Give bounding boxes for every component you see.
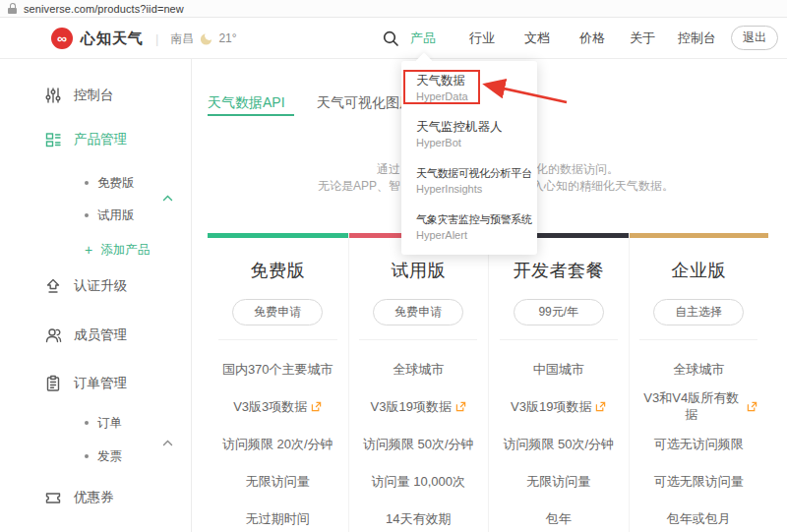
sidebar-label: 认证升级 xyxy=(74,277,127,295)
menu-item-hyperdata[interactable]: 天气数据 HyperData xyxy=(401,73,537,104)
feature-coverage: 全球城市 xyxy=(349,350,489,387)
nav-console[interactable]: 控制台 xyxy=(678,18,716,59)
sidebar-item-console[interactable]: 控制台 xyxy=(44,85,114,106)
temperature-label: 21° xyxy=(218,31,236,45)
tab-weather-layers[interactable]: 天气可视化图层 xyxy=(317,94,413,112)
plan-name: 免费版 xyxy=(208,259,348,282)
bullet-icon xyxy=(85,454,89,458)
sidebar-item-order-mgmt[interactable]: 订单管理 xyxy=(44,373,127,394)
column-color-bar xyxy=(630,233,769,238)
browser-url-bar[interactable]: seniverse.com/products?iid=new xyxy=(0,0,787,18)
plan-price-button[interactable]: 99元/年 xyxy=(514,299,604,325)
products-dropdown-menu: 天气数据 HyperData 天气监控机器人 HyperBot 天气数据可视化分… xyxy=(401,61,537,255)
active-tab-underline xyxy=(208,114,294,116)
sliders-icon xyxy=(44,87,62,104)
location-label: 南昌 xyxy=(170,30,194,47)
plan-select-button[interactable]: 自主选择 xyxy=(653,299,744,325)
external-link-icon xyxy=(455,401,466,412)
sidebar-item-trial-version[interactable]: 试用版 xyxy=(85,207,135,224)
feature-duration: 包年或包月 xyxy=(630,500,769,532)
column-color-bar xyxy=(208,233,348,238)
chevron-up-icon[interactable] xyxy=(162,440,173,446)
sidebar-label: 试用版 xyxy=(97,207,135,224)
feature-coverage: 全球城市 xyxy=(630,350,769,387)
plan-name: 企业版 xyxy=(630,259,769,282)
external-link-icon xyxy=(747,401,757,412)
bullet-icon xyxy=(85,181,89,185)
sidebar-label: 订单管理 xyxy=(74,375,127,392)
nav-docs[interactable]: 文档 xyxy=(524,18,550,59)
sidebar-label: 添加产品 xyxy=(100,242,150,259)
search-icon[interactable] xyxy=(382,30,399,47)
product-grid-icon xyxy=(44,131,62,148)
feature-data-link[interactable]: V3版3项数据 xyxy=(208,387,348,425)
divider xyxy=(500,339,618,340)
sidebar-label: 发票 xyxy=(97,448,122,465)
feature-coverage: 国内370个主要城市 xyxy=(208,350,348,387)
menu-item-hyperinsights[interactable]: 天气数据可视化分析平台 HyperInsights xyxy=(401,165,537,197)
members-icon xyxy=(44,326,62,344)
divider xyxy=(639,339,757,340)
external-link-icon xyxy=(595,401,606,412)
header: ∞ 心知天气 | 南昌 21° 产品 行业 文档 价格 关于 控制台 退出 xyxy=(0,18,787,59)
divider xyxy=(359,339,477,340)
sidebar: 控制台 产品管理 免费版 试用版 + 添加产品 xyxy=(0,59,192,532)
sidebar-item-add-product[interactable]: + 添加产品 xyxy=(85,241,150,259)
pricing-column-free: 免费版 免费申请 国内370个主要城市 V3版3项数据 访问频限 20次/分钟 … xyxy=(208,233,348,532)
sidebar-item-free-version[interactable]: 免费版 xyxy=(85,174,135,192)
pricing-column-developer: 开发者套餐 99元/年 中国城市 V3版19项数据 访问频限 50次/分钟 无限… xyxy=(488,233,629,532)
logout-button[interactable]: 退出 xyxy=(731,26,778,50)
bullet-icon xyxy=(85,213,89,217)
external-link-icon xyxy=(311,401,322,412)
feature-rate-limit: 访问频限 50次/分钟 xyxy=(489,425,629,462)
feature-rate-limit: 可选无访问频限 xyxy=(630,425,769,462)
intro-line1-right: 化的数据访问。 xyxy=(536,161,619,178)
pricing-table: 免费版 免费申请 国内370个主要城市 V3版3项数据 访问频限 20次/分钟 … xyxy=(208,233,768,532)
nav-industries[interactable]: 行业 xyxy=(469,18,495,59)
sidebar-label: 控制台 xyxy=(74,87,114,104)
tab-weather-data-api[interactable]: 天气数据API xyxy=(208,94,285,112)
menu-item-hyperalert[interactable]: 气象灾害监控与预警系统 HyperAlert xyxy=(401,211,537,243)
plan-apply-button[interactable]: 免费申请 xyxy=(232,299,323,325)
plan-name: 试用版 xyxy=(349,259,489,282)
feature-data-link[interactable]: V3和V4版所有数据 xyxy=(630,387,769,425)
feature-duration: 无过期时间 xyxy=(208,500,348,532)
plan-apply-button[interactable]: 免费申请 xyxy=(373,299,463,325)
feature-volume: 无限访问量 xyxy=(489,462,629,500)
feature-data-link[interactable]: V3版19项数据 xyxy=(489,387,629,425)
chevron-up-icon[interactable] xyxy=(162,195,173,202)
sidebar-item-invoices[interactable]: 发票 xyxy=(85,447,122,465)
pricing-column-enterprise: 企业版 自主选择 全球城市 V3和V4版所有数据 可选无访问频限 可选无限访问量… xyxy=(629,233,769,532)
sidebar-item-product-mgmt[interactable]: 产品管理 xyxy=(44,129,127,150)
nav-about[interactable]: 关于 xyxy=(630,18,655,59)
url-text: seniverse.com/products?iid=new xyxy=(24,3,184,15)
page: seniverse.com/products?iid=new ∞ 心知天气 | … xyxy=(0,0,787,532)
sidebar-label: 成员管理 xyxy=(74,326,127,344)
sidebar-label: 订单 xyxy=(97,415,122,432)
feature-rate-limit: 访问频限 20次/分钟 xyxy=(208,425,348,462)
brand-group[interactable]: ∞ 心知天气 | 南昌 21° xyxy=(51,18,237,59)
feature-coverage: 中国城市 xyxy=(489,350,629,387)
sidebar-item-coupons[interactable]: 优惠券 xyxy=(44,487,114,508)
brand-logo-icon: ∞ xyxy=(51,28,73,49)
feature-data-link[interactable]: V3版19项数据 xyxy=(349,387,489,425)
feature-volume: 无限访问量 xyxy=(208,462,348,500)
bullet-icon xyxy=(85,421,89,425)
sidebar-item-cert-upgrade[interactable]: 认证升级 xyxy=(44,275,127,297)
upgrade-arrow-icon xyxy=(44,277,62,295)
plus-icon: + xyxy=(85,243,92,257)
intro-line2-left: 无论是APP、智 xyxy=(192,178,400,195)
feature-volume: 访问量 10,000次 xyxy=(349,462,489,500)
pricing-column-trial: 试用版 免费申请 全球城市 V3版19项数据 访问频限 50次/分钟 访问量 1… xyxy=(348,233,489,532)
feature-rate-limit: 访问频限 50次/分钟 xyxy=(349,425,489,462)
moon-icon xyxy=(199,31,213,46)
nav-pricing[interactable]: 价格 xyxy=(579,18,605,59)
brand-name: 心知天气 xyxy=(81,30,144,48)
lock-icon xyxy=(8,3,17,14)
intro-line2-right: 入心知的精细化天气数据。 xyxy=(532,178,674,195)
feature-duration: 包年 xyxy=(489,500,629,532)
sidebar-item-orders[interactable]: 订单 xyxy=(85,414,122,432)
menu-item-hyperbot[interactable]: 天气监控机器人 HyperBot xyxy=(401,119,537,150)
intro-line1-left: 通过 xyxy=(192,161,400,178)
sidebar-item-member-mgmt[interactable]: 成员管理 xyxy=(44,325,127,346)
